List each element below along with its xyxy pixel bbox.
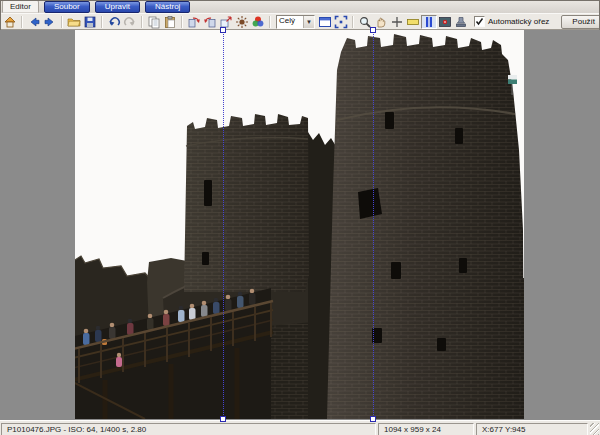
actual-size-icon[interactable]	[317, 15, 333, 29]
auto-crop-checkbox[interactable]	[474, 16, 485, 27]
toolbar-separator	[61, 16, 63, 28]
status-file-info: P1010476.JPG - ISO: 64, 1/400 s, 2.80	[1, 423, 376, 435]
toolbar-separator	[141, 16, 143, 28]
editor-mode-tab[interactable]: Editor	[2, 0, 39, 13]
status-cursor-position: X:677 Y:945	[476, 423, 588, 435]
editor-canvas[interactable]	[0, 30, 600, 420]
rotate-left-icon[interactable]	[186, 15, 202, 29]
undo-icon[interactable]	[106, 15, 122, 29]
resize-grip[interactable]	[590, 423, 599, 435]
guide-handle-top-right[interactable]	[370, 27, 376, 33]
castle-photo-image	[75, 30, 524, 419]
horizontal-line-icon[interactable]	[405, 15, 421, 29]
editor-window: Editor Soubor Upravit Nástroj	[0, 0, 600, 435]
copy-icon[interactable]	[146, 15, 162, 29]
status-bar: P1010476.JPG - ISO: 64, 1/400 s, 2.80 10…	[0, 420, 600, 435]
back-icon[interactable]	[26, 15, 42, 29]
toolbar-separator	[101, 16, 103, 28]
menu-item-soubor[interactable]: Soubor	[44, 1, 90, 13]
menu-bar: Editor Soubor Upravit Nástroj	[0, 0, 600, 13]
forward-icon[interactable]	[42, 15, 58, 29]
guide-handle-top-left[interactable]	[220, 27, 226, 33]
red-eye-icon[interactable]	[437, 15, 453, 29]
toolbar-separator	[352, 16, 354, 28]
stamp-icon[interactable]	[453, 15, 469, 29]
zoom-select[interactable]: Celý ▼	[276, 15, 315, 29]
apply-button[interactable]: Použít	[561, 15, 600, 29]
fit-to-window-icon[interactable]	[333, 15, 349, 29]
status-image-dimensions: 1094 x 959 x 24	[378, 423, 474, 435]
save-icon[interactable]	[82, 15, 98, 29]
toolbar-separator	[181, 16, 183, 28]
vertical-guide-right[interactable]	[373, 30, 374, 419]
open-folder-icon[interactable]	[66, 15, 82, 29]
crosshair-icon[interactable]	[389, 15, 405, 29]
colors-icon[interactable]	[250, 15, 266, 29]
auto-crop-option[interactable]: Automatický ořez	[474, 16, 549, 27]
menu-item-upravit[interactable]: Upravit	[95, 1, 140, 13]
brightness-icon[interactable]	[234, 15, 250, 29]
menu-item-nastroj[interactable]: Nástroj	[145, 1, 190, 13]
redo-icon	[122, 15, 138, 29]
castle-photo[interactable]	[75, 30, 524, 419]
home-icon[interactable]	[2, 15, 18, 29]
guide-handle-bottom-left[interactable]	[220, 416, 226, 422]
vertical-guide-left[interactable]	[223, 30, 224, 419]
vertical-lines-icon[interactable]	[421, 15, 437, 29]
guide-handle-bottom-right[interactable]	[370, 416, 376, 422]
toolbar-separator	[269, 16, 271, 28]
paste-icon[interactable]	[162, 15, 178, 29]
zoom-select-value: Celý	[277, 16, 303, 28]
chevron-down-icon[interactable]: ▼	[303, 16, 314, 28]
toolbar: Celý ▼	[0, 13, 600, 30]
rotate-right-icon[interactable]	[202, 15, 218, 29]
toolbar-separator	[21, 16, 23, 28]
auto-crop-label: Automatický ořez	[488, 17, 549, 26]
